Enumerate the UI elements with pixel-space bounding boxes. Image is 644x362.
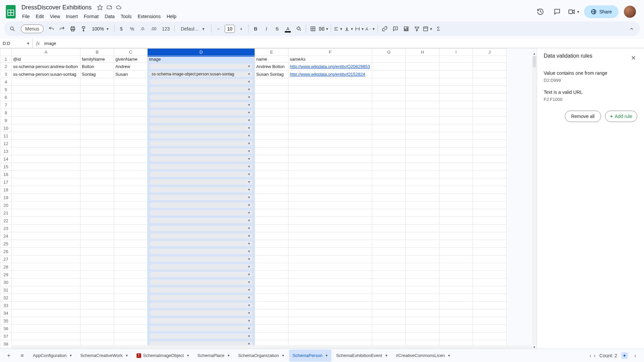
row-header-19[interactable]: 19 [0,194,12,201]
cell-I1[interactable] [439,56,473,63]
cell-I11[interactable] [439,132,473,140]
cell-G27[interactable] [372,255,406,263]
vertical-scrollbar[interactable]: ▲ ▼ [532,56,537,345]
cell-I15[interactable] [439,163,473,171]
cell-A1[interactable]: @id [12,56,80,63]
cell-B16[interactable] [80,171,114,178]
menu-format[interactable]: Format [81,12,101,20]
cell-B31[interactable] [80,286,114,294]
fill-color-button[interactable] [293,24,304,34]
cell-A24[interactable] [12,232,80,240]
cell-G24[interactable] [372,232,406,240]
cell-C35[interactable] [114,317,148,325]
add-rule-button[interactable]: +Add rule [605,111,637,122]
cell-A3[interactable]: ss-schema-person:susan-sontag [12,70,80,78]
scroll-tabs-left-button[interactable]: ‹ [590,353,591,358]
cell-F13[interactable] [288,147,372,155]
cell-E35[interactable] [255,317,288,325]
cell-E17[interactable] [255,178,288,186]
cell-I26[interactable] [439,248,473,255]
cell-H19[interactable] [406,194,439,201]
cell-C24[interactable] [114,232,148,240]
cell-H32[interactable] [406,294,439,302]
cell-F3[interactable]: http://www.wikidata.org/entity/Q152824 [288,70,372,78]
cell-J18[interactable] [473,186,506,194]
row-header-27[interactable]: 27 [0,255,12,263]
cell-I31[interactable] [439,286,473,294]
cell-G33[interactable] [372,302,406,309]
scrollbar-thumb[interactable] [533,56,536,68]
cell-C19[interactable] [114,194,148,201]
cell-F10[interactable] [288,124,372,132]
row-header-28[interactable]: 28 [0,263,12,271]
all-sheets-button[interactable]: ≡ [16,350,28,362]
cell-H33[interactable] [406,302,439,309]
cell-D15[interactable]: ▼ [148,163,255,171]
cell-D11[interactable]: ▼ [148,132,255,140]
cell-G35[interactable] [372,317,406,325]
name-box[interactable]: D:D ▼ [0,39,33,48]
cell-J29[interactable] [473,271,506,279]
validation-dropdown-chip[interactable]: ▼ [150,241,253,246]
validation-rule[interactable]: Text is a valid URL F2:F1000 [537,86,644,105]
cell-J13[interactable] [473,147,506,155]
menu-tools[interactable]: Tools [118,12,135,20]
cell-I5[interactable] [439,86,473,94]
menu-extensions[interactable]: Extensions [135,12,163,20]
cell-I3[interactable] [439,70,473,78]
cell-A32[interactable] [12,294,80,302]
cell-C29[interactable] [114,271,148,279]
cell-A33[interactable] [12,302,80,309]
cell-J25[interactable] [473,240,506,248]
cell-C2[interactable]: Andrew [114,63,148,70]
cloud-status-icon[interactable] [116,4,122,10]
cell-D36[interactable]: ▼ [148,325,255,333]
validation-dropdown-chip[interactable]: ▼ [150,249,253,254]
cell-H24[interactable] [406,232,439,240]
row-header-20[interactable]: 20 [0,201,12,209]
cell-F16[interactable] [288,171,372,178]
cell-J14[interactable] [473,155,506,163]
cell-A6[interactable] [12,94,80,101]
column-header-B[interactable]: B [80,49,114,56]
cell-J16[interactable] [473,171,506,178]
cell-E5[interactable] [255,86,288,94]
cell-B21[interactable] [80,209,114,217]
row-header-13[interactable]: 13 [0,147,12,155]
validation-dropdown-chip[interactable]: ▼ [150,256,253,262]
cell-G4[interactable] [372,78,406,86]
cell-C15[interactable] [114,163,148,171]
cell-G22[interactable] [372,217,406,225]
cell-A30[interactable] [12,279,80,286]
validation-dropdown-chip[interactable]: ▼ [150,295,253,300]
validation-dropdown-chip[interactable]: ▼ [150,87,253,92]
cell-A14[interactable] [12,155,80,163]
validation-dropdown-chip[interactable]: ▼ [150,318,253,323]
cell-C12[interactable] [114,140,148,147]
cell-H29[interactable] [406,271,439,279]
cell-H3[interactable] [406,70,439,78]
cell-F12[interactable] [288,140,372,147]
row-header-15[interactable]: 15 [0,163,12,171]
cell-J37[interactable] [473,333,506,340]
cell-J7[interactable] [473,101,506,109]
text-rotation-button[interactable]: A→▼ [365,24,375,34]
cell-G19[interactable] [372,194,406,201]
filter-views-button[interactable]: ▼ [423,24,433,34]
cell-H8[interactable] [406,109,439,117]
cell-B5[interactable] [80,86,114,94]
sheet-tab[interactable]: SchemaOrganization▼ [235,350,288,362]
cell-G13[interactable] [372,147,406,155]
cell-H21[interactable] [406,209,439,217]
cell-F20[interactable] [288,201,372,209]
validation-dropdown-chip[interactable]: ▼ [150,110,253,115]
cell-E31[interactable] [255,286,288,294]
cell-C20[interactable] [114,201,148,209]
cell-C25[interactable] [114,240,148,248]
percent-button[interactable]: % [127,24,137,34]
cell-F22[interactable] [288,217,372,225]
cell-F14[interactable] [288,155,372,163]
cell-G9[interactable] [372,117,406,124]
cell-I7[interactable] [439,101,473,109]
validation-dropdown-chip[interactable]: ▼ [150,118,253,123]
